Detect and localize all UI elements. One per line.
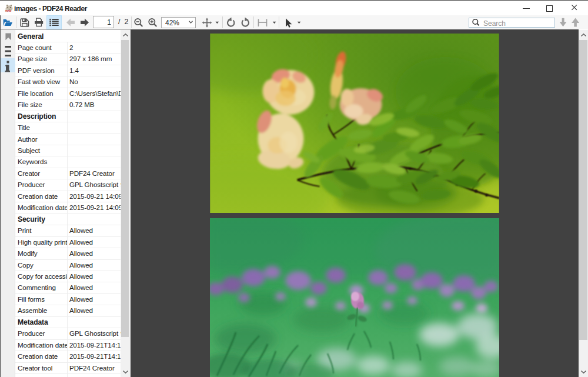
svg-text:PDF24: PDF24 bbox=[5, 10, 11, 12]
